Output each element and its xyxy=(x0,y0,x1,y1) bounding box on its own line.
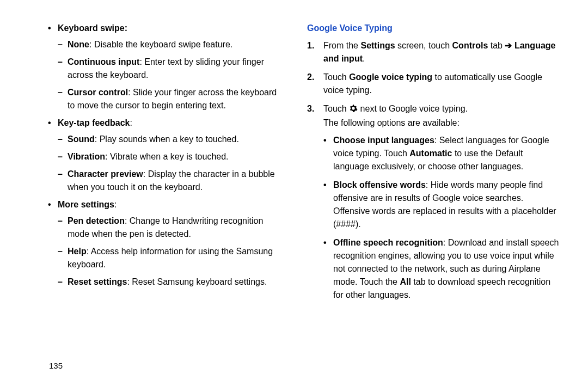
subitem: Cursor control: Slide your finger across… xyxy=(58,86,281,112)
subitem: Pen detection: Change to Handwriting rec… xyxy=(58,215,281,241)
option-item: Block offensive words: Hide words many p… xyxy=(323,179,561,231)
steps-list: From the Settings screen, touch Controls… xyxy=(307,39,561,302)
item-key-tap-feedback: Key-tap feedback: Sound: Play sounds whe… xyxy=(48,117,281,194)
settings-list: Keyboard swipe: None: Disable the keyboa… xyxy=(48,22,281,289)
options-list: Choose input languages: Select languages… xyxy=(323,134,561,302)
right-column: Google Voice Typing From the Settings sc… xyxy=(294,22,566,392)
manual-page: Keyboard swipe: None: Disable the keyboa… xyxy=(0,0,588,392)
subitem: Sound: Play sounds when a key to touched… xyxy=(58,133,281,146)
section-heading: Google Voice Typing xyxy=(307,22,561,35)
arrow-icon: ➔ xyxy=(505,41,512,50)
page-number: 135 xyxy=(49,361,63,370)
subitem-list: Sound: Play sounds when a key to touched… xyxy=(58,133,281,194)
item-title: Key-tap feedback xyxy=(58,118,130,127)
subitem-list: None: Disable the keyboard swipe feature… xyxy=(58,38,281,112)
subitem: Vibration: Vibrate when a key is touched… xyxy=(58,150,281,163)
subitem-list: Pen detection: Change to Handwriting rec… xyxy=(58,215,281,289)
step-1: From the Settings screen, touch Controls… xyxy=(307,39,561,65)
option-item: Offline speech recognition: Download and… xyxy=(323,236,561,302)
gear-icon xyxy=(349,103,358,117)
item-more-settings: More settings: Pen detection: Change to … xyxy=(48,198,281,289)
subitem: None: Disable the keyboard swipe feature… xyxy=(58,38,281,51)
step-3: Touch next to Google voice typing. The f… xyxy=(307,102,561,302)
option-item: Choose input languages: Select languages… xyxy=(323,134,561,173)
item-title: More settings xyxy=(58,200,114,209)
step-2: Touch Google voice typing to automatical… xyxy=(307,71,561,97)
item-title: Keyboard swipe xyxy=(58,23,125,33)
left-column: Keyboard swipe: None: Disable the keyboa… xyxy=(22,22,294,392)
item-keyboard-swipe: Keyboard swipe: None: Disable the keyboa… xyxy=(48,22,281,112)
subitem: Character preview: Display the character… xyxy=(58,168,281,194)
subitem: Help: Access help information for using … xyxy=(58,245,281,271)
subitem: Reset settings: Reset Samsung keyboard s… xyxy=(58,275,281,289)
subitem: Continuous input: Enter text by sliding … xyxy=(58,56,281,82)
